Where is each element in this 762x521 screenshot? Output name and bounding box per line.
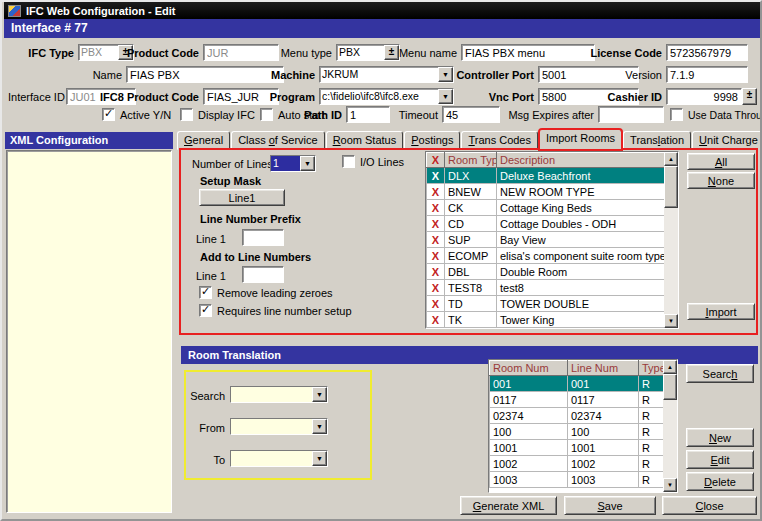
titlebar[interactable]: IFC Web Configuration - Edit xyxy=(4,2,760,19)
add-line1-field[interactable] xyxy=(242,266,284,283)
room-type-row[interactable]: XCKCottage King Beds xyxy=(427,200,665,216)
rt-from-select[interactable]: ▼ xyxy=(230,418,328,435)
scrollbar-thumb[interactable] xyxy=(664,166,678,208)
display-ifc-checkbox[interactable] xyxy=(180,108,193,121)
new-button[interactable]: New xyxy=(686,428,754,447)
remove-leading-zeroes-label: Remove leading zeroes xyxy=(217,287,347,300)
tab-room-status[interactable]: Room Status xyxy=(326,131,404,150)
translation-row[interactable]: 10011001R xyxy=(490,440,665,456)
version-label: Version xyxy=(580,69,662,82)
use-data-through-label: Use Data Through xyxy=(688,109,762,122)
delete-button[interactable]: Delete xyxy=(686,472,754,491)
program-label: Program xyxy=(252,91,315,104)
tab-postings[interactable]: Postings xyxy=(404,131,460,150)
ifc8-product-code-label: IFC8 Product Code xyxy=(88,91,199,104)
xml-configuration-list[interactable] xyxy=(6,150,172,513)
interface-header: Interface # 77 xyxy=(4,19,760,38)
requires-line-setup-label: Requires line number setup xyxy=(217,305,377,318)
close-button[interactable]: Close xyxy=(662,496,757,515)
tab-bar: GeneralClass of ServiceRoom StatusPostin… xyxy=(177,129,762,150)
room-type-row[interactable]: XDLXDeluxe Beachfront xyxy=(427,168,665,184)
cashier-id-label: Cashier ID xyxy=(578,91,662,104)
tab-general[interactable]: General xyxy=(177,131,230,150)
program-select[interactable]: c:\fidelio\ifc8\ifc8.exe ▼ xyxy=(319,88,454,105)
edit-button[interactable]: Edit xyxy=(686,450,754,469)
version-field[interactable] xyxy=(666,66,748,83)
generate-xml-button[interactable]: Generate XML xyxy=(460,496,557,515)
remove-leading-zeroes-checkbox[interactable] xyxy=(199,286,212,299)
translation-row[interactable]: 0237402374R xyxy=(490,408,665,424)
translation-row[interactable]: 001001R xyxy=(490,376,665,392)
number-of-lines-select[interactable]: 1 ▼ xyxy=(270,155,316,172)
setup-mask-label: Setup Mask xyxy=(200,175,280,188)
room-type-row[interactable]: XSUPBay View xyxy=(427,232,665,248)
chevron-down-icon[interactable]: ▼ xyxy=(438,89,453,104)
scroll-up-icon[interactable]: ▲ xyxy=(663,360,677,374)
room-type-row[interactable]: XCDCottage Doubles - ODH xyxy=(427,216,665,232)
none-button[interactable]: None xyxy=(687,172,755,189)
scroll-up-icon[interactable]: ▲ xyxy=(664,152,678,166)
rt-to-select[interactable]: ▼ xyxy=(230,450,328,467)
translation-row[interactable]: 100100R xyxy=(490,424,665,440)
msg-expires-label: Msg Expires after xyxy=(502,109,594,122)
room-type-table-body: XDLXDeluxe BeachfrontXBNEWNEW ROOM TYPEX… xyxy=(427,168,665,328)
column-header-type[interactable]: Type xyxy=(639,361,665,376)
active-yn-checkbox[interactable] xyxy=(102,108,115,121)
scrollbar-thumb[interactable] xyxy=(663,374,677,400)
column-header-description[interactable]: Description xyxy=(497,153,665,168)
translation-scrollbar[interactable]: ▲ ▼ xyxy=(663,360,677,492)
plus-minus-icon[interactable]: ± xyxy=(742,88,757,105)
rt-search-label: Search xyxy=(185,390,225,403)
use-data-through-checkbox[interactable] xyxy=(670,108,683,121)
chevron-down-icon[interactable]: ▼ xyxy=(312,451,327,466)
auto-start-checkbox[interactable] xyxy=(260,108,273,121)
scroll-down-icon[interactable]: ▼ xyxy=(664,314,678,328)
path-id-field[interactable] xyxy=(346,106,390,123)
column-header-room-type[interactable]: Room Type xyxy=(445,153,497,168)
search-button[interactable]: Search xyxy=(686,364,754,383)
license-code-field[interactable] xyxy=(666,44,748,61)
prefix-line1-field[interactable] xyxy=(242,229,284,246)
controller-port-label: Controller Port xyxy=(434,69,534,82)
io-lines-label: I/O Lines xyxy=(360,156,420,169)
chevron-down-icon[interactable]: ▼ xyxy=(312,419,327,434)
room-type-row[interactable]: XTDTOWER DOUBLE xyxy=(427,296,665,312)
app-icon xyxy=(8,5,21,17)
line1-button[interactable]: Line1 xyxy=(199,189,285,206)
chevron-down-icon[interactable]: ▼ xyxy=(312,387,327,402)
xml-configuration-header: XML Configuration xyxy=(5,132,173,149)
column-header-x[interactable]: X xyxy=(427,153,445,168)
translation-row[interactable]: 10021002R xyxy=(490,456,665,472)
tab-class-of-service[interactable]: Class of Service xyxy=(231,131,324,150)
tab-translation[interactable]: Translation xyxy=(623,131,691,150)
translation-row[interactable]: 01170117R xyxy=(490,392,665,408)
scroll-down-icon[interactable]: ▼ xyxy=(663,478,677,492)
io-lines-checkbox[interactable] xyxy=(342,155,355,168)
cashier-id-field[interactable] xyxy=(666,88,742,105)
room-type-row[interactable]: XDBLDouble Room xyxy=(427,264,665,280)
translation-row[interactable]: 10031003R xyxy=(490,472,665,488)
tab-unit-charge[interactable]: Unit Charge xyxy=(692,131,762,150)
room-type-row[interactable]: XTEST8test8 xyxy=(427,280,665,296)
menu-type-label: Menu type xyxy=(230,47,332,60)
save-button[interactable]: Save xyxy=(564,496,656,515)
active-yn-label: Active Y/N xyxy=(120,109,180,122)
msg-expires-field[interactable] xyxy=(598,106,664,123)
timeout-field[interactable] xyxy=(442,106,500,123)
all-button[interactable]: All xyxy=(687,153,755,170)
room-type-row[interactable]: XTKTower King xyxy=(427,312,665,328)
room-type-row[interactable]: XECOMPelisa's component suite room type xyxy=(427,248,665,264)
rt-from-label: From xyxy=(185,422,225,435)
tab-import-rooms[interactable]: Import Rooms xyxy=(539,129,622,150)
column-header-line-num[interactable]: Line Num xyxy=(568,361,639,376)
column-header-room-num[interactable]: Room Num xyxy=(490,361,568,376)
product-code-label: Product Code xyxy=(114,47,199,60)
room-type-scrollbar[interactable]: ▲ ▼ xyxy=(664,152,678,328)
cashier-id-spinner[interactable]: ± xyxy=(742,88,757,105)
rt-search-select[interactable]: ▼ xyxy=(230,386,328,403)
tab-trans-codes[interactable]: Trans Codes xyxy=(461,131,538,150)
room-type-row[interactable]: XBNEWNEW ROOM TYPE xyxy=(427,184,665,200)
requires-line-setup-checkbox[interactable] xyxy=(199,304,212,317)
import-button[interactable]: Import xyxy=(687,303,755,320)
chevron-down-icon[interactable]: ▼ xyxy=(300,156,315,171)
